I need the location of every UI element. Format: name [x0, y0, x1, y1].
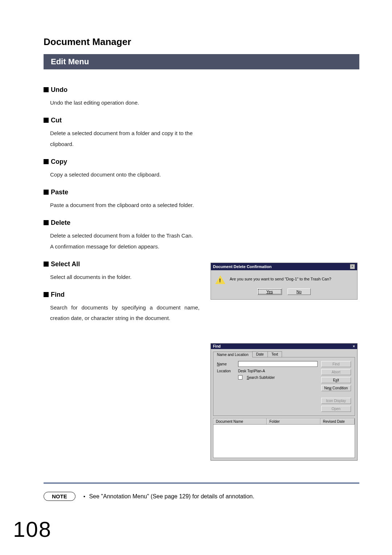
- tab-date[interactable]: Date: [252, 351, 268, 357]
- bullet-icon: [44, 118, 49, 123]
- bullet-icon: [44, 87, 49, 92]
- dialog-find: Find × Name and Location Date Text NName…: [211, 343, 358, 461]
- note-text: • See "Annotation Menu" (See page 129) f…: [83, 493, 254, 500]
- text-paste: Paste a document from the clipboard onto…: [50, 200, 200, 210]
- text-find: Search for documents by specifying a doc…: [50, 302, 200, 324]
- warning-icon: [215, 275, 225, 284]
- heading-undo: Undo: [44, 86, 200, 94]
- results-list[interactable]: [213, 425, 355, 458]
- heading-find: Find: [44, 291, 200, 299]
- text-selectall: Select all documents in the folder.: [50, 272, 200, 282]
- tab-name-location[interactable]: Name and Location: [213, 352, 253, 357]
- dialog-delete-confirm: Document Delete Confirmation × Are you s…: [211, 263, 358, 300]
- bullet-icon: [44, 262, 49, 267]
- close-icon[interactable]: ×: [350, 264, 355, 269]
- name-label: NNameame: [217, 362, 235, 366]
- location-label: Location: [217, 369, 235, 373]
- text-delete-1: Delete a selected document from a folder…: [50, 230, 200, 241]
- new-condition-button[interactable]: New ConditionNew Condition: [321, 385, 351, 391]
- bullet-icon: [44, 159, 49, 164]
- tab-text[interactable]: Text: [268, 351, 282, 357]
- find-button[interactable]: Find: [321, 361, 351, 367]
- dialog-find-title: Find: [213, 344, 221, 348]
- bullet-icon: [44, 190, 49, 195]
- col-folder[interactable]: Folder: [267, 418, 320, 424]
- name-input[interactable]: [238, 361, 318, 367]
- note-badge: NOTE: [44, 492, 75, 501]
- col-document-name[interactable]: Document Name: [213, 418, 267, 424]
- close-icon[interactable]: ×: [353, 344, 355, 348]
- page-number: 108: [13, 517, 52, 542]
- text-cut: Delete a selected document from a folder…: [50, 128, 200, 149]
- section-heading: Edit Menu: [44, 54, 359, 69]
- icon-display-button[interactable]: Icon Display: [321, 398, 351, 404]
- heading-copy: Copy: [44, 158, 200, 166]
- text-copy: Copy a selected document onto the clipbo…: [50, 169, 200, 180]
- text-delete-2: A confirmation message for deletion appe…: [50, 241, 200, 252]
- col-revised-date[interactable]: Revised Date: [320, 418, 355, 424]
- dialog-title: Document Delete Confirmation: [213, 264, 271, 269]
- abort-button[interactable]: Abort: [321, 369, 351, 375]
- search-subfolder-label: Search Subfolder: [247, 376, 275, 380]
- no-button[interactable]: No: [287, 288, 311, 295]
- dialog-message: Are you sure you want to send "Dog-1" to…: [230, 275, 331, 281]
- divider: [44, 482, 359, 484]
- heading-selectall: Select All: [44, 260, 200, 268]
- heading-cut: Cut: [44, 117, 200, 124]
- exit-button[interactable]: ExitExit: [321, 377, 351, 383]
- yes-button[interactable]: Yes: [257, 288, 282, 295]
- bullet-icon: [44, 220, 49, 225]
- page-title: Document Manager: [44, 36, 359, 48]
- location-value: Desk Top\Plan-A: [238, 369, 265, 373]
- heading-paste: Paste: [44, 189, 200, 196]
- heading-delete: Delete: [44, 219, 200, 227]
- search-subfolder-checkbox[interactable]: [238, 375, 242, 380]
- bullet-icon: [44, 292, 49, 297]
- text-undo: Undo the last editing operation done.: [50, 97, 200, 108]
- results-header: Document Name Folder Revised Date: [213, 418, 355, 425]
- open-button[interactable]: Open: [321, 406, 351, 412]
